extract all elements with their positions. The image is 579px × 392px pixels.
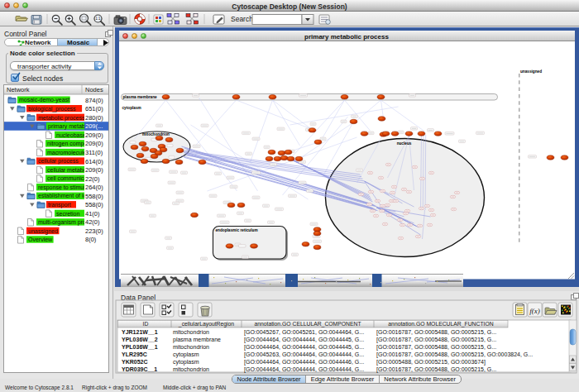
svg-text:[GO:0045263, GO:0044464, GO:00: [GO:0045263, GO:0044464, GO:0044444, G..… [244, 351, 364, 358]
svg-text:plasma membrane: plasma membrane [122, 95, 157, 99]
svg-text:multi-organism pro: multi-organism pro [38, 219, 86, 226]
svg-text:22(0): 22(0) [85, 175, 100, 183]
svg-text:[GO:0005488, GO:0005215, GO:00: [GO:0005488, GO:0005215, GO:0003674] [376, 359, 486, 366]
svg-text:metabolic process: metabolic process [38, 115, 85, 122]
svg-text:plasma membrane: plasma membrane [173, 337, 221, 343]
svg-text:nucleus: nucleus [396, 141, 411, 146]
svg-text:cellular process: cellular process [38, 158, 79, 165]
svg-text:280(0): 280(0) [85, 114, 103, 122]
svg-text:41(0): 41(0) [85, 210, 100, 218]
svg-text:f(x): f(x) [529, 307, 540, 315]
svg-text:[GO:0016787, GO:0005488, GO:00: [GO:0016787, GO:0005488, GO:0005215, G..… [376, 337, 496, 343]
svg-text:mosaic-demo-yeast: mosaic-demo-yeast [19, 97, 69, 103]
svg-text:cytoplasm: cytoplasm [122, 106, 141, 110]
svg-text:[GO:0044464, GO:0044444, GO:00: [GO:0044464, GO:0044444, GO:0044446, G..… [244, 359, 364, 366]
svg-text:YLR295C: YLR295C [122, 351, 147, 357]
svg-text:[GO:0016787, GO:0005488, GO:00: [GO:0016787, GO:0005488, GO:0005215, G..… [376, 344, 496, 351]
svg-text:cell communicati: cell communicati [47, 175, 90, 181]
svg-text:209(0): 209(0) [85, 131, 103, 139]
svg-text:_cellularLayoutRegion: _cellularLayoutRegion [178, 321, 234, 327]
svg-text:cytoplasm: cytoplasm [173, 359, 199, 366]
svg-text:ID: ID [143, 321, 149, 327]
svg-text:209(0): 209(0) [85, 166, 103, 174]
svg-text:YPL036W__1: YPL036W__1 [122, 344, 158, 350]
svg-text:mitochondrion: mitochondrion [173, 329, 209, 335]
svg-text:[GO:0016787, GO:0005488, GO:00: [GO:0016787, GO:0005488, GO:0005215, GO:… [376, 351, 533, 358]
svg-text:311(0): 311(0) [85, 149, 103, 156]
svg-text:[GO:0045267, GO:0045261, GO:00: [GO:0045267, GO:0045261, GO:0044464, G..… [244, 329, 364, 336]
svg-text:[GO:0044464, GO:0044444, GO:00: [GO:0044464, GO:0044444, GO:0044445, G..… [244, 344, 364, 351]
svg-text:42(0): 42(0) [85, 218, 100, 226]
svg-text:[GO:0044464, GO:0044444, GO:00: [GO:0044464, GO:0044444, GO:0044445, G..… [244, 337, 364, 343]
svg-text:mitochondrion: mitochondrion [173, 344, 209, 350]
svg-text:651(0): 651(0) [85, 105, 103, 112]
svg-text:558(0): 558(0) [85, 201, 103, 208]
svg-text:mitochondrion: mitochondrion [142, 132, 170, 136]
svg-text:Network: Network [7, 86, 30, 93]
svg-text:Nodes: Nodes [85, 86, 103, 93]
svg-text:endoplasmic reticulum: endoplasmic reticulum [215, 228, 257, 232]
svg-text:biological_process: biological_process [28, 106, 76, 112]
svg-text:209(...: 209(... [85, 122, 103, 130]
svg-text:YPL036W__2: YPL036W__2 [122, 337, 158, 342]
svg-text:macromolecule: macromolecule [47, 150, 87, 155]
svg-text:209(0): 209(0) [85, 140, 103, 147]
svg-text:unassigned: unassigned [520, 69, 542, 74]
svg-text:[GO:0044464, GO:0044444, GO:00: [GO:0044464, GO:0044444, GO:0044444, G..… [244, 366, 364, 373]
svg-text:response to stimulu: response to stimulu [38, 184, 89, 191]
svg-text:YJR121W__1: YJR121W__1 [122, 329, 158, 335]
svg-text:transport: transport [48, 202, 71, 208]
svg-text:annotation.GO CELLULAR_COMPONE: annotation.GO CELLULAR_COMPONENT [254, 321, 361, 327]
svg-text:Search:: Search: [231, 15, 255, 23]
svg-text:Overview: Overview [28, 237, 53, 242]
svg-text:nitrogen compo: nitrogen compo [47, 141, 87, 147]
svg-text:cytoplasm: cytoplasm [173, 351, 199, 358]
svg-text:558(0): 558(0) [85, 193, 103, 200]
svg-text:secretion: secretion [56, 211, 80, 217]
svg-text:YKR052C: YKR052C [122, 359, 148, 365]
svg-text:unassigned: unassigned [28, 228, 58, 235]
svg-text:264(0): 264(0) [85, 184, 103, 191]
svg-text:[GO:0016787, GO:0005488, GO:00: [GO:0016787, GO:0005488, GO:0005215, G..… [376, 366, 496, 373]
svg-text:1:1: 1:1 [95, 17, 101, 21]
svg-text:cellular metabol: cellular metabol [47, 167, 88, 173]
svg-text:establishment of lo: establishment of lo [38, 193, 86, 198]
svg-text:[GO:0016787, GO:0005488, GO:00: [GO:0016787, GO:0005488, GO:0005215, G..… [376, 329, 496, 336]
svg-text:223(0): 223(0) [85, 227, 103, 235]
svg-text:614(0): 614(0) [85, 158, 103, 165]
svg-text:annotation.GO MOLECULAR_FUNCTI: annotation.GO MOLECULAR_FUNCTION [388, 321, 493, 327]
svg-text:primary metabo: primary metabo [48, 123, 89, 130]
svg-text:8(0): 8(0) [85, 236, 97, 243]
svg-text:YDR039C__1: YDR039C__1 [122, 366, 157, 372]
svg-text:874(0): 874(0) [85, 97, 103, 104]
svg-text:mitochondrion: mitochondrion [173, 366, 209, 372]
